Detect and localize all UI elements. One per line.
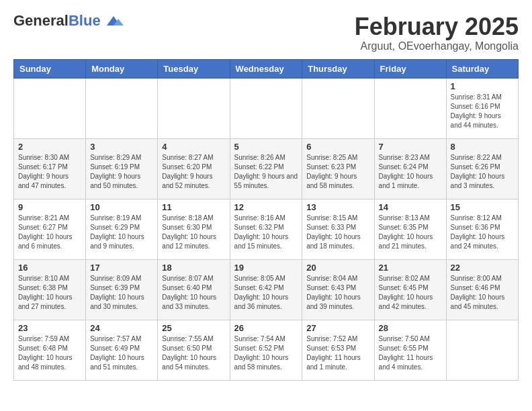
- empty-cell: [14, 78, 86, 138]
- day-info: Sunrise: 8:30 AM Sunset: 6:17 PM Dayligh…: [18, 153, 81, 191]
- day-number: 21: [379, 263, 442, 273]
- day-info: Sunrise: 8:10 AM Sunset: 6:38 PM Dayligh…: [18, 274, 81, 312]
- day-number: 19: [234, 263, 298, 273]
- day-number: 7: [379, 142, 442, 152]
- calendar-day-4: 4Sunrise: 8:27 AM Sunset: 6:20 PM Daylig…: [158, 138, 230, 199]
- day-number: 20: [306, 263, 369, 273]
- calendar-day-21: 21Sunrise: 8:02 AM Sunset: 6:45 PM Dayli…: [374, 259, 446, 320]
- day-number: 13: [306, 202, 369, 212]
- month-year-title: February 2025: [355, 13, 519, 40]
- day-info: Sunrise: 8:05 AM Sunset: 6:42 PM Dayligh…: [234, 274, 298, 312]
- calendar-day-23: 23Sunrise: 7:59 AM Sunset: 6:48 PM Dayli…: [14, 320, 86, 380]
- day-number: 4: [162, 142, 225, 152]
- day-number: 5: [234, 142, 298, 152]
- calendar-day-15: 15Sunrise: 8:12 AM Sunset: 6:36 PM Dayli…: [446, 199, 518, 259]
- day-number: 3: [90, 142, 153, 152]
- empty-cell: [230, 78, 302, 138]
- calendar-week-row: 9Sunrise: 8:21 AM Sunset: 6:27 PM Daylig…: [14, 199, 519, 259]
- location-subtitle: Arguut, OEvoerhangay, Mongolia: [355, 40, 519, 52]
- calendar-day-25: 25Sunrise: 7:55 AM Sunset: 6:50 PM Dayli…: [158, 320, 230, 380]
- title-section: February 2025 Arguut, OEvoerhangay, Mong…: [355, 13, 519, 52]
- day-number: 6: [306, 142, 369, 152]
- header-wednesday: Wednesday: [230, 59, 302, 78]
- day-number: 25: [162, 323, 225, 333]
- header-monday: Monday: [86, 59, 158, 78]
- calendar-day-14: 14Sunrise: 8:13 AM Sunset: 6:35 PM Dayli…: [374, 199, 446, 259]
- day-info: Sunrise: 7:57 AM Sunset: 6:49 PM Dayligh…: [90, 334, 153, 372]
- calendar-day-10: 10Sunrise: 8:19 AM Sunset: 6:29 PM Dayli…: [86, 199, 158, 259]
- day-info: Sunrise: 8:07 AM Sunset: 6:40 PM Dayligh…: [162, 274, 225, 312]
- header-sunday: Sunday: [14, 59, 86, 78]
- calendar-day-12: 12Sunrise: 8:16 AM Sunset: 6:32 PM Dayli…: [230, 199, 302, 259]
- day-info: Sunrise: 8:29 AM Sunset: 6:19 PM Dayligh…: [90, 153, 153, 191]
- day-number: 24: [90, 323, 153, 333]
- day-info: Sunrise: 8:00 AM Sunset: 6:46 PM Dayligh…: [451, 274, 514, 312]
- day-info: Sunrise: 8:22 AM Sunset: 6:26 PM Dayligh…: [451, 153, 514, 191]
- calendar-week-row: 1Sunrise: 8:31 AM Sunset: 6:16 PM Daylig…: [14, 78, 519, 138]
- day-number: 12: [234, 202, 298, 212]
- day-info: Sunrise: 8:02 AM Sunset: 6:45 PM Dayligh…: [379, 274, 442, 312]
- day-number: 17: [90, 263, 153, 273]
- day-info: Sunrise: 8:09 AM Sunset: 6:39 PM Dayligh…: [90, 274, 153, 312]
- calendar-day-9: 9Sunrise: 8:21 AM Sunset: 6:27 PM Daylig…: [14, 199, 86, 259]
- calendar-day-24: 24Sunrise: 7:57 AM Sunset: 6:49 PM Dayli…: [86, 320, 158, 380]
- empty-cell: [86, 78, 158, 138]
- day-number: 15: [451, 202, 514, 212]
- calendar-day-13: 13Sunrise: 8:15 AM Sunset: 6:33 PM Dayli…: [302, 199, 374, 259]
- day-number: 16: [18, 263, 81, 273]
- day-info: Sunrise: 7:59 AM Sunset: 6:48 PM Dayligh…: [18, 334, 81, 372]
- header-friday: Friday: [374, 59, 446, 78]
- calendar-day-16: 16Sunrise: 8:10 AM Sunset: 6:38 PM Dayli…: [14, 259, 86, 320]
- day-info: Sunrise: 7:50 AM Sunset: 6:55 PM Dayligh…: [379, 334, 442, 372]
- calendar-day-26: 26Sunrise: 7:54 AM Sunset: 6:52 PM Dayli…: [230, 320, 302, 380]
- logo-text: GeneralBlue: [13, 13, 101, 28]
- empty-cell: [158, 78, 230, 138]
- header-thursday: Thursday: [302, 59, 374, 78]
- day-info: Sunrise: 8:25 AM Sunset: 6:23 PM Dayligh…: [306, 153, 369, 191]
- day-number: 28: [379, 323, 442, 333]
- calendar-day-22: 22Sunrise: 8:00 AM Sunset: 6:46 PM Dayli…: [446, 259, 518, 320]
- empty-cell: [302, 78, 374, 138]
- day-info: Sunrise: 8:23 AM Sunset: 6:24 PM Dayligh…: [379, 153, 442, 191]
- day-number: 18: [162, 263, 225, 273]
- day-number: 26: [234, 323, 298, 333]
- day-number: 10: [90, 202, 153, 212]
- calendar-week-row: 2Sunrise: 8:30 AM Sunset: 6:17 PM Daylig…: [14, 138, 519, 199]
- header-tuesday: Tuesday: [158, 59, 230, 78]
- day-info: Sunrise: 8:31 AM Sunset: 6:16 PM Dayligh…: [451, 93, 514, 130]
- day-info: Sunrise: 8:21 AM Sunset: 6:27 PM Dayligh…: [18, 214, 81, 251]
- calendar-day-8: 8Sunrise: 8:22 AM Sunset: 6:26 PM Daylig…: [446, 138, 518, 199]
- day-info: Sunrise: 8:15 AM Sunset: 6:33 PM Dayligh…: [306, 214, 369, 251]
- day-info: Sunrise: 8:26 AM Sunset: 6:22 PM Dayligh…: [234, 153, 298, 191]
- day-number: 8: [451, 142, 514, 152]
- day-number: 22: [451, 263, 514, 273]
- day-number: 23: [18, 323, 81, 333]
- calendar-day-6: 6Sunrise: 8:25 AM Sunset: 6:23 PM Daylig…: [302, 138, 374, 199]
- calendar-day-1: 1Sunrise: 8:31 AM Sunset: 6:16 PM Daylig…: [446, 78, 518, 138]
- day-number: 2: [18, 142, 81, 152]
- empty-cell: [374, 78, 446, 138]
- calendar-day-7: 7Sunrise: 8:23 AM Sunset: 6:24 PM Daylig…: [374, 138, 446, 199]
- calendar-day-2: 2Sunrise: 8:30 AM Sunset: 6:17 PM Daylig…: [14, 138, 86, 199]
- calendar-day-20: 20Sunrise: 8:04 AM Sunset: 6:43 PM Dayli…: [302, 259, 374, 320]
- day-info: Sunrise: 8:04 AM Sunset: 6:43 PM Dayligh…: [306, 274, 369, 312]
- day-info: Sunrise: 8:19 AM Sunset: 6:29 PM Dayligh…: [90, 214, 153, 251]
- calendar-day-27: 27Sunrise: 7:52 AM Sunset: 6:53 PM Dayli…: [302, 320, 374, 380]
- calendar-day-3: 3Sunrise: 8:29 AM Sunset: 6:19 PM Daylig…: [86, 138, 158, 199]
- calendar-header-row: SundayMondayTuesdayWednesdayThursdayFrid…: [14, 59, 519, 78]
- calendar-day-17: 17Sunrise: 8:09 AM Sunset: 6:39 PM Dayli…: [86, 259, 158, 320]
- day-info: Sunrise: 8:12 AM Sunset: 6:36 PM Dayligh…: [451, 214, 514, 251]
- calendar-week-row: 16Sunrise: 8:10 AM Sunset: 6:38 PM Dayli…: [14, 259, 519, 320]
- day-number: 9: [18, 202, 81, 212]
- header-saturday: Saturday: [446, 59, 518, 78]
- empty-cell: [446, 320, 518, 380]
- calendar-table: SundayMondayTuesdayWednesdayThursdayFrid…: [13, 59, 519, 381]
- day-info: Sunrise: 7:52 AM Sunset: 6:53 PM Dayligh…: [306, 334, 369, 372]
- day-number: 14: [379, 202, 442, 212]
- day-number: 1: [451, 81, 514, 91]
- calendar-day-18: 18Sunrise: 8:07 AM Sunset: 6:40 PM Dayli…: [158, 259, 230, 320]
- day-info: Sunrise: 7:55 AM Sunset: 6:50 PM Dayligh…: [162, 334, 225, 372]
- day-number: 11: [162, 202, 225, 212]
- calendar-day-11: 11Sunrise: 8:18 AM Sunset: 6:30 PM Dayli…: [158, 199, 230, 259]
- day-info: Sunrise: 8:16 AM Sunset: 6:32 PM Dayligh…: [234, 214, 298, 251]
